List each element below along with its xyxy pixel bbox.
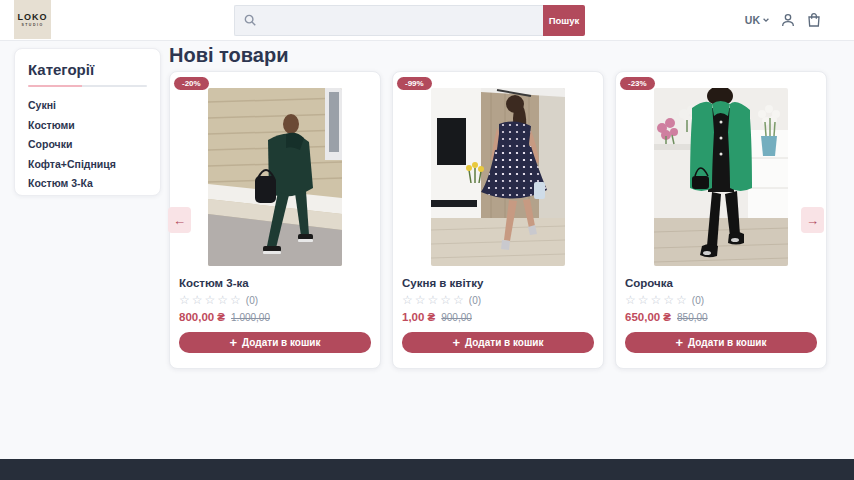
product-price-row: 650,00 ₴ 850,00: [625, 311, 817, 323]
page-title: Нові товари: [169, 44, 288, 67]
star-icon: ☆: [676, 294, 687, 306]
add-to-cart-label: Додати в кошик: [465, 337, 543, 348]
product-title[interactable]: Сукня в квітку: [402, 277, 594, 289]
price-current: 1,00 ₴: [402, 311, 435, 323]
price-old: 850,00: [677, 312, 708, 323]
star-icon: ☆: [663, 294, 674, 306]
star-icon: ☆: [402, 294, 413, 306]
logo-text: LOKO: [18, 12, 48, 22]
language-selector[interactable]: UK: [745, 14, 770, 26]
price-current: 650,00 ₴: [625, 311, 671, 323]
product-price-row: 1,00 ₴ 900,00: [402, 311, 594, 323]
price-current: 800,00 ₴: [179, 311, 225, 323]
rating-count: (0): [469, 295, 481, 306]
sidebar-item-shirts[interactable]: Сорочки: [28, 139, 147, 150]
search-bar: Пошук: [234, 5, 585, 36]
add-to-cart-button[interactable]: + Додати в кошик: [625, 332, 817, 353]
logo-subtext: STUDIO: [21, 23, 43, 27]
product-carousel: -20% Костюм 3-ка: [169, 71, 827, 369]
star-icon: ☆: [205, 294, 216, 306]
rating-count: (0): [692, 295, 704, 306]
plus-icon: +: [230, 336, 238, 349]
product-rating: ☆☆☆☆☆ (0): [179, 294, 371, 306]
plus-icon: +: [676, 336, 684, 349]
star-icon: ☆: [428, 294, 439, 306]
star-icon: ☆: [192, 294, 203, 306]
carousel-next-button[interactable]: →: [801, 207, 824, 233]
product-card: -23%: [615, 71, 827, 369]
product-image[interactable]: [431, 88, 565, 266]
product-info: Сукня в квітку ☆☆☆☆☆ (0) 1,00 ₴ 900,00 +…: [393, 277, 603, 353]
price-old: 1.000,00: [231, 312, 270, 323]
plus-icon: +: [453, 336, 461, 349]
header: LOKO STUDIO Пошук UK: [0, 0, 854, 41]
add-to-cart-label: Додати в кошик: [242, 337, 320, 348]
star-icon: ☆: [638, 294, 649, 306]
sidebar-item-suit-3pc[interactable]: Костюм 3-Ка: [28, 178, 147, 189]
product-image[interactable]: [654, 88, 788, 266]
star-icon: ☆: [230, 294, 241, 306]
product-title[interactable]: Костюм 3-ка: [179, 277, 371, 289]
product-card: -99%: [392, 71, 604, 369]
product-rating: ☆☆☆☆☆ (0): [402, 294, 594, 306]
sidebar-item-suits[interactable]: Костюми: [28, 120, 147, 131]
star-icon: ☆: [625, 294, 636, 306]
search-input[interactable]: [234, 5, 543, 36]
sidebar-item-top-skirt[interactable]: Кофта+Спідниця: [28, 159, 147, 170]
arrow-right-icon: →: [806, 213, 819, 228]
star-icon: ☆: [651, 294, 662, 306]
categories-title: Категорії: [28, 61, 147, 78]
product-info: Сорочка ☆☆☆☆☆ (0) 650,00 ₴ 850,00 + Дода…: [616, 277, 826, 353]
user-account-icon[interactable]: [780, 12, 796, 28]
discount-badge: -99%: [397, 77, 432, 90]
logo[interactable]: LOKO STUDIO: [14, 0, 51, 39]
product-price-row: 800,00 ₴ 1.000,00: [179, 311, 371, 323]
product-rating: ☆☆☆☆☆ (0): [625, 294, 817, 306]
add-to-cart-button[interactable]: + Додати в кошик: [179, 332, 371, 353]
star-icon: ☆: [440, 294, 451, 306]
categories-panel: Категорії Сукні Костюми Сорочки Кофта+Сп…: [14, 48, 161, 196]
header-right: UK: [745, 9, 822, 31]
product-image[interactable]: [208, 88, 342, 266]
star-icon: ☆: [453, 294, 464, 306]
categories-divider: [28, 85, 147, 87]
add-to-cart-label: Додати в кошик: [688, 337, 766, 348]
search-icon: [243, 13, 257, 27]
chevron-down-icon: [762, 16, 770, 24]
discount-badge: -20%: [174, 77, 209, 90]
footer: [0, 459, 854, 480]
product-title[interactable]: Сорочка: [625, 277, 817, 289]
add-to-cart-button[interactable]: + Додати в кошик: [402, 332, 594, 353]
star-icon: ☆: [415, 294, 426, 306]
language-label: UK: [745, 14, 760, 26]
arrow-left-icon: ←: [173, 213, 186, 228]
sidebar-item-dresses[interactable]: Сукні: [28, 100, 147, 111]
carousel-prev-button[interactable]: ←: [168, 207, 191, 233]
discount-badge: -23%: [620, 77, 655, 90]
product-info: Костюм 3-ка ☆☆☆☆☆ (0) 800,00 ₴ 1.000,00 …: [170, 277, 380, 353]
product-card: -20% Костюм 3-ка: [169, 71, 381, 369]
star-icon: ☆: [179, 294, 190, 306]
search-button[interactable]: Пошук: [543, 5, 585, 36]
price-old: 900,00: [441, 312, 472, 323]
rating-count: (0): [246, 295, 258, 306]
star-icon: ☆: [217, 294, 228, 306]
cart-icon[interactable]: [806, 12, 822, 28]
